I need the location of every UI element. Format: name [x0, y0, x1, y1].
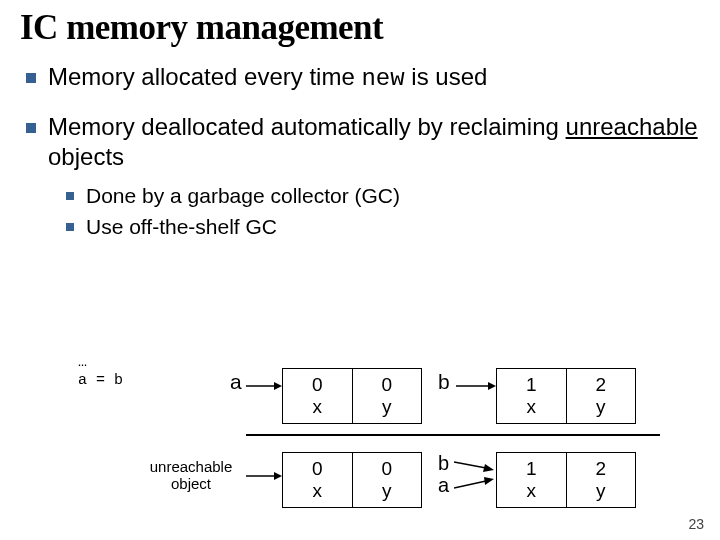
- subbullet-item-1: Done by a garbage collector (GC): [86, 182, 700, 209]
- field-name: y: [353, 480, 422, 502]
- field-value: 2: [567, 374, 636, 396]
- field-cell: 0 y: [353, 453, 422, 507]
- field-value: 1: [497, 374, 566, 396]
- underlined-word: unreachable: [566, 113, 698, 140]
- arrow-icon: [246, 380, 282, 392]
- field-value: 1: [497, 458, 566, 480]
- field-cell: 0 x: [283, 453, 353, 507]
- field-cell: 1 x: [497, 369, 567, 423]
- field-value: 2: [567, 458, 636, 480]
- bullet-list-level2: Done by a garbage collector (GC) Use off…: [48, 182, 700, 241]
- unreachable-label: unreachable object: [136, 458, 246, 493]
- object-box-a-unreachable: 0 x 0 y: [282, 452, 422, 508]
- svg-line-8: [454, 481, 486, 488]
- svg-marker-1: [274, 382, 282, 390]
- bullet-text: Memory deallocated automatically by recl…: [48, 113, 566, 140]
- page-number: 23: [688, 516, 704, 532]
- object-box-a: 0 x 0 y: [282, 368, 422, 424]
- field-name: x: [497, 480, 566, 502]
- pointer-b-label: b: [438, 370, 450, 394]
- object-box-b: 1 x 2 y: [496, 368, 636, 424]
- arrow-icon: [246, 470, 282, 482]
- bullet-item-1: Memory allocated every time new is used: [48, 62, 700, 94]
- field-value: 0: [353, 374, 422, 396]
- arrow-icon: [456, 380, 496, 392]
- pointer-a-label: a: [438, 474, 449, 496]
- bullet-text: objects: [48, 143, 124, 170]
- subbullet-text: Use off-the-shelf GC: [86, 215, 277, 238]
- bullet-text: is used: [405, 63, 488, 90]
- bullet-text: Memory allocated every time: [48, 63, 361, 90]
- field-name: x: [283, 396, 352, 418]
- field-cell: 0 y: [353, 369, 422, 423]
- field-cell: 0 x: [283, 369, 353, 423]
- square-bullet-icon: [26, 123, 36, 133]
- label-line: unreachable: [136, 458, 246, 475]
- svg-line-6: [454, 462, 486, 468]
- square-bullet-icon: [66, 223, 74, 231]
- divider-line: [246, 434, 660, 436]
- code-snippet: … a = b: [78, 354, 123, 390]
- field-name: x: [497, 396, 566, 418]
- subbullet-item-2: Use off-the-shelf GC: [86, 213, 700, 240]
- svg-marker-7: [483, 464, 494, 472]
- arrow-icon: [454, 456, 496, 474]
- field-name: y: [567, 480, 636, 502]
- memory-diagram: … a = b a 0 x 0 y b 1 x: [0, 368, 720, 504]
- diagram-row-after: unreachable object 0 x 0 y b a: [0, 452, 720, 520]
- field-value: 0: [283, 458, 352, 480]
- field-value: 0: [283, 374, 352, 396]
- field-cell: 1 x: [497, 453, 567, 507]
- field-name: x: [283, 480, 352, 502]
- bullet-item-2: Memory deallocated automatically by recl…: [48, 112, 700, 241]
- code-line: …: [78, 354, 123, 372]
- subbullet-text: Done by a garbage collector (GC): [86, 184, 400, 207]
- pointer-b-label: b: [438, 452, 449, 474]
- svg-marker-9: [484, 477, 494, 485]
- square-bullet-icon: [66, 192, 74, 200]
- square-bullet-icon: [26, 73, 36, 83]
- label-line: object: [136, 475, 246, 492]
- field-name: y: [567, 396, 636, 418]
- pointer-a-label: a: [230, 370, 242, 394]
- svg-marker-5: [274, 472, 282, 480]
- bullet-list-level1: Memory allocated every time new is used …: [20, 62, 700, 241]
- field-cell: 2 y: [567, 453, 636, 507]
- slide-title: IC memory management: [20, 8, 700, 48]
- field-cell: 2 y: [567, 369, 636, 423]
- field-value: 0: [353, 458, 422, 480]
- field-name: y: [353, 396, 422, 418]
- diagram-row-before: … a = b a 0 x 0 y b 1 x: [0, 368, 720, 436]
- keyword-new: new: [361, 65, 404, 92]
- arrow-icon: [454, 476, 496, 494]
- svg-marker-3: [488, 382, 496, 390]
- pointer-ab-labels: b a: [438, 452, 449, 496]
- object-box-b: 1 x 2 y: [496, 452, 636, 508]
- code-line: a = b: [78, 372, 123, 390]
